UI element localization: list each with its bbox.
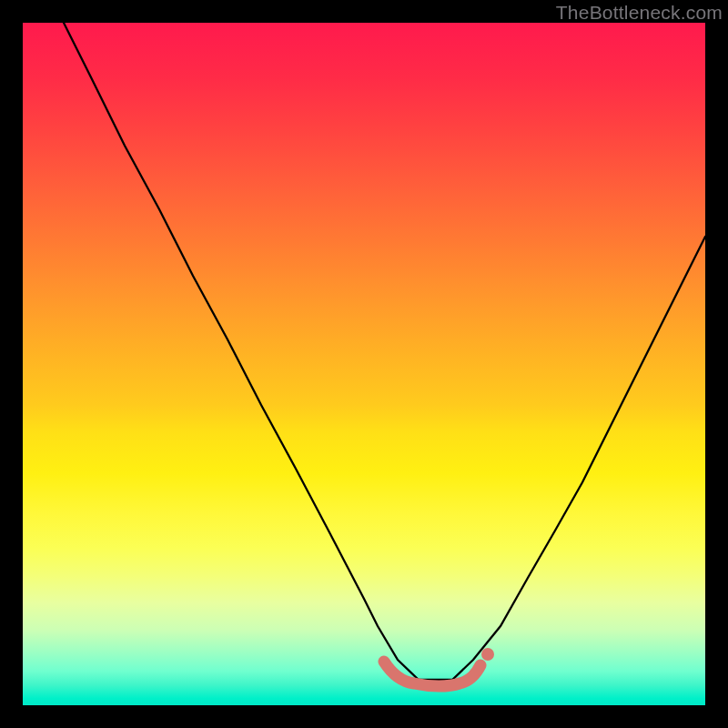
watermark-text: TheBottleneck.com — [556, 2, 723, 24]
curve-svg — [23, 23, 705, 705]
marker-end-dot — [481, 648, 494, 661]
bottleneck-curve-main — [64, 23, 705, 680]
plot-area — [23, 23, 705, 705]
chart-frame: TheBottleneck.com — [0, 0, 728, 728]
